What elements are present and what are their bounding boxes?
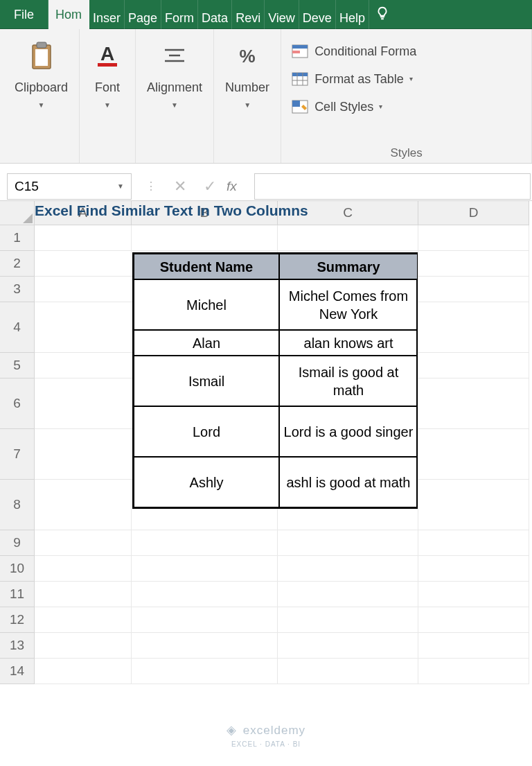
- tab-review[interactable]: Revi: [232, 0, 265, 29]
- ribbon: Clipboard ▼ A Font ▼ Alignment ▼ % Numbe…: [0, 29, 532, 164]
- conditional-format-button[interactable]: Conditional Forma: [288, 40, 419, 63]
- tab-help[interactable]: Help: [336, 0, 369, 29]
- row-header-11[interactable]: 11: [0, 582, 35, 607]
- tab-view[interactable]: View: [265, 0, 299, 29]
- col-header-d[interactable]: D: [418, 201, 529, 225]
- cell[interactable]: [278, 530, 418, 556]
- table-header-summary[interactable]: Summary: [279, 254, 418, 279]
- cancel-icon[interactable]: ✕: [174, 177, 186, 195]
- cell[interactable]: [132, 530, 278, 556]
- cell[interactable]: [35, 353, 132, 378]
- cell[interactable]: [132, 633, 278, 659]
- row-header-8[interactable]: 8: [0, 480, 35, 530]
- cell[interactable]: [418, 480, 529, 530]
- cell[interactable]: [132, 659, 278, 684]
- table-cell-name[interactable]: Lord: [134, 406, 279, 457]
- tab-insert[interactable]: Inser: [89, 0, 125, 29]
- cell[interactable]: [418, 302, 529, 353]
- formula-input[interactable]: [254, 173, 531, 200]
- alignment-button[interactable]: Alignment ▼: [141, 36, 208, 112]
- cell-styles-button[interactable]: Cell Styles ▾: [288, 95, 419, 119]
- row-header-7[interactable]: 7: [0, 429, 35, 480]
- svg-rect-12: [292, 73, 308, 76]
- cell[interactable]: [278, 633, 418, 659]
- cell[interactable]: [278, 225, 418, 251]
- table-row: LordLord is a good singer: [134, 406, 416, 457]
- cell[interactable]: [418, 582, 529, 607]
- row-header-10[interactable]: 10: [0, 556, 35, 582]
- cell[interactable]: [35, 582, 132, 607]
- cell[interactable]: [418, 277, 529, 302]
- row-header-9[interactable]: 9: [0, 530, 35, 556]
- tab-developer[interactable]: Deve: [299, 0, 336, 29]
- cell[interactable]: [418, 607, 529, 633]
- select-all-button[interactable]: [0, 201, 35, 225]
- cell[interactable]: [418, 225, 529, 251]
- cell[interactable]: [35, 378, 132, 429]
- table-cell-summary[interactable]: Ismail is good at math: [279, 356, 418, 406]
- tab-page-layout[interactable]: Page: [125, 0, 161, 29]
- chevron-down-icon[interactable]: ▼: [117, 182, 124, 190]
- table-cell-summary[interactable]: Michel Comes from New York: [279, 279, 418, 330]
- cell[interactable]: [132, 556, 278, 582]
- cell[interactable]: [35, 607, 132, 633]
- number-button[interactable]: % Number ▼: [220, 36, 275, 112]
- cell[interactable]: [35, 277, 132, 302]
- cell[interactable]: [278, 556, 418, 582]
- cell[interactable]: [418, 378, 529, 429]
- cell[interactable]: [418, 429, 529, 480]
- cell[interactable]: [418, 530, 529, 556]
- table-header-name[interactable]: Student Name: [134, 254, 279, 279]
- cell[interactable]: [35, 556, 132, 582]
- cell[interactable]: [35, 225, 132, 251]
- table-cell-name[interactable]: Michel: [134, 279, 279, 330]
- table-cell-summary[interactable]: ashl is good at math: [279, 457, 418, 507]
- row-header-6[interactable]: 6: [0, 378, 35, 429]
- cell[interactable]: [278, 659, 418, 684]
- format-as-table-button[interactable]: Format as Table ▾: [288, 67, 419, 91]
- row-header-4[interactable]: 4: [0, 302, 35, 353]
- table-cell-summary[interactable]: alan knows art: [279, 330, 418, 356]
- cell[interactable]: [35, 659, 132, 684]
- cell[interactable]: [132, 225, 278, 251]
- cell[interactable]: [418, 556, 529, 582]
- tell-me-icon[interactable]: [369, 0, 396, 28]
- cell[interactable]: [278, 582, 418, 607]
- table-cell-name[interactable]: Ashly: [134, 457, 279, 507]
- tab-file[interactable]: File: [0, 0, 48, 29]
- cell[interactable]: [418, 251, 529, 277]
- row-header-2[interactable]: 2: [0, 251, 35, 277]
- cell[interactable]: [35, 633, 132, 659]
- row-header-3[interactable]: 3: [0, 277, 35, 302]
- name-box[interactable]: C15 ▼: [7, 173, 132, 200]
- cell[interactable]: [418, 633, 529, 659]
- table-cell-name[interactable]: Ismail: [134, 356, 279, 406]
- chevron-down-icon: ▼: [171, 101, 178, 109]
- cell[interactable]: [35, 302, 132, 353]
- fx-label[interactable]: fx: [216, 179, 247, 194]
- row-header-1[interactable]: 1: [0, 225, 35, 251]
- cell[interactable]: [35, 480, 132, 530]
- cell[interactable]: [35, 530, 132, 556]
- row-header-13[interactable]: 13: [0, 633, 35, 659]
- table-cell-name[interactable]: Alan: [134, 330, 279, 356]
- tab-formulas[interactable]: Form: [161, 0, 198, 29]
- row-header-5[interactable]: 5: [0, 353, 35, 378]
- cell[interactable]: [35, 429, 132, 480]
- table-cell-summary[interactable]: Lord is a good singer: [279, 406, 418, 457]
- svg-text:A: A: [100, 43, 114, 64]
- tab-home[interactable]: Hom: [48, 0, 89, 29]
- cell[interactable]: [132, 582, 278, 607]
- row-header-12[interactable]: 12: [0, 607, 35, 633]
- enter-icon[interactable]: ✓: [204, 177, 216, 195]
- cell[interactable]: [278, 607, 418, 633]
- paste-button[interactable]: Clipboard ▼: [9, 36, 73, 112]
- cell[interactable]: [132, 607, 278, 633]
- font-button[interactable]: A Font ▼: [85, 36, 130, 112]
- svg-rect-17: [292, 101, 300, 107]
- cell[interactable]: [35, 251, 132, 277]
- cell[interactable]: [418, 353, 529, 378]
- cell[interactable]: [418, 659, 529, 684]
- row-header-14[interactable]: 14: [0, 659, 35, 684]
- tab-data[interactable]: Data: [198, 0, 232, 29]
